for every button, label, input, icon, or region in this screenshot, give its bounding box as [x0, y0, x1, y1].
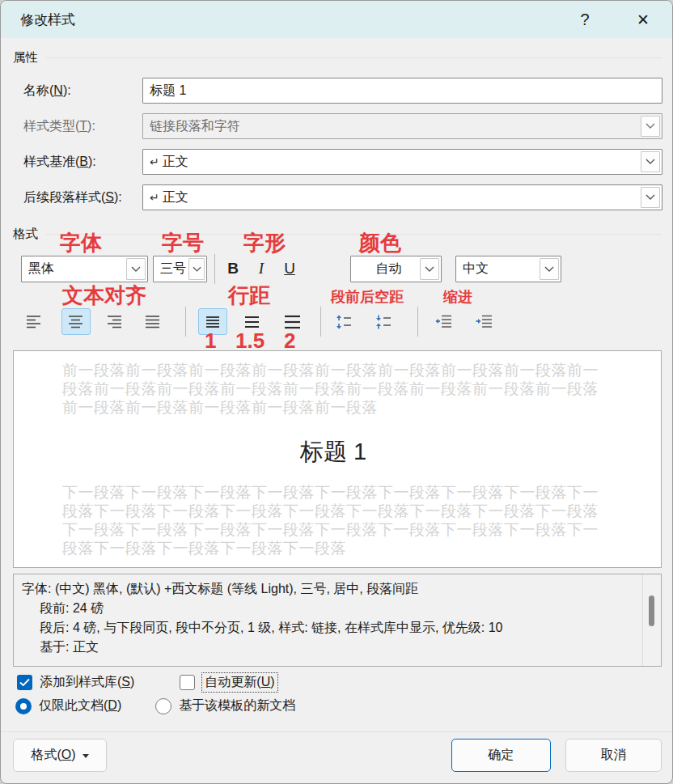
decrease-paragraph-spacing-button[interactable]	[369, 308, 398, 335]
align-right-icon	[108, 315, 122, 328]
checkmark-icon	[19, 678, 30, 687]
chevron-down-icon[interactable]	[540, 258, 559, 280]
description-scrollbar[interactable]	[642, 574, 661, 666]
increase-paragraph-spacing-icon	[336, 315, 352, 329]
description-line: 段前: 24 磅	[22, 599, 637, 618]
line-spacing-1-5-icon	[245, 316, 259, 328]
properties-section-label: 属性	[13, 49, 38, 66]
font-size-select[interactable]: 三号	[153, 256, 207, 282]
bold-button[interactable]: B	[221, 256, 245, 282]
annotation-paragraph-spacing: 段前后空距	[331, 290, 404, 304]
preview-heading: 标题 1	[62, 436, 604, 468]
auto-update-checkbox[interactable]	[180, 675, 195, 690]
justify-button[interactable]	[138, 308, 167, 335]
name-input[interactable]	[142, 78, 662, 104]
previous-paragraph-text: 前一段落前一段落前一段落前一段落前一段落前一段落前一段落前一段落前一段落前一段落…	[62, 361, 604, 417]
modify-style-dialog: 修改样式 ? ✕ 属性 名称(N): 样式类型(T): 链接段落和字符 样式基准…	[0, 0, 673, 784]
align-left-icon	[27, 315, 41, 328]
annotation-line-spacing: 行距	[228, 285, 270, 306]
name-label: 名称(N):	[23, 83, 142, 100]
chevron-down-icon[interactable]	[641, 187, 660, 208]
properties-section-header: 属性	[13, 49, 662, 66]
template-documents-label[interactable]: 基于该模板的新文档	[179, 697, 295, 714]
toolbar-separator	[214, 254, 215, 284]
style-type-select: 链接段落和字符	[142, 113, 662, 139]
underline-button[interactable]: U	[277, 256, 302, 282]
description-line: 段后: 4 磅, 与下段同页, 段中不分页, 1 级, 样式: 链接, 在样式库…	[22, 618, 637, 638]
line-spacing-double-button[interactable]	[277, 308, 307, 335]
align-left-button[interactable]	[19, 308, 49, 335]
paragraph-mark-icon: ↵	[150, 191, 159, 204]
scrollbar-thumb[interactable]	[649, 595, 654, 626]
line-spacing-single-button[interactable]	[198, 308, 227, 335]
chevron-down-icon	[641, 116, 660, 137]
annotation-align: 文本对齐	[62, 285, 146, 306]
based-on-select[interactable]: ↵ 正文	[142, 149, 662, 175]
description-line: 字体: (中文) 黑体, (默认) +西文标题 (等线 Light), 三号, …	[22, 579, 637, 599]
following-style-select[interactable]: ↵ 正文	[142, 184, 662, 210]
font-color-select[interactable]: 自动	[350, 256, 442, 282]
toolbar-separator	[417, 307, 418, 337]
align-center-icon	[69, 315, 83, 328]
line-spacing-1-5-button[interactable]	[237, 308, 266, 335]
dropdown-arrow-icon	[83, 754, 89, 758]
help-button[interactable]: ?	[569, 6, 601, 33]
toolbar-separator	[185, 307, 186, 337]
paragraph-mark-icon: ↵	[150, 155, 159, 168]
dialog-title: 修改样式	[20, 11, 75, 29]
justify-icon	[146, 315, 160, 328]
format-menu-button[interactable]: 格式(O)	[13, 739, 107, 772]
following-style-label: 后续段落样式(S):	[23, 189, 142, 206]
toolbar-separator	[320, 307, 321, 337]
decrease-indent-icon	[435, 315, 451, 328]
decrease-indent-button[interactable]	[429, 308, 458, 335]
add-to-gallery-checkbox[interactable]	[17, 675, 32, 690]
only-this-document-radio[interactable]	[15, 698, 32, 714]
italic-button[interactable]: I	[249, 256, 273, 282]
chevron-down-icon[interactable]	[188, 258, 205, 280]
decrease-paragraph-spacing-icon	[375, 315, 392, 329]
style-preview-pane: 前一段落前一段落前一段落前一段落前一段落前一段落前一段落前一段落前一段落前一段落…	[13, 350, 662, 568]
format-section-header: 格式	[13, 226, 662, 243]
line-spacing-2-icon	[285, 315, 300, 329]
align-center-button[interactable]	[61, 308, 91, 335]
language-select[interactable]: 中文	[455, 256, 561, 282]
annotation-indent: 缩进	[443, 290, 472, 304]
add-to-gallery-label[interactable]: 添加到样式库(S)	[40, 674, 134, 691]
cancel-button[interactable]: 取消	[565, 739, 662, 772]
footer-divider	[1, 731, 673, 732]
font-select[interactable]: 黑体	[21, 256, 148, 282]
next-paragraph-text: 下一段落下一段落下一段落下一段落下一段落下一段落下一段落下一段落下一段落下一段落…	[62, 483, 604, 557]
close-button[interactable]: ✕	[627, 6, 659, 33]
style-type-label: 样式类型(T):	[23, 118, 142, 135]
template-documents-radio[interactable]	[155, 698, 171, 714]
line-spacing-1-icon	[206, 316, 219, 328]
increase-paragraph-spacing-button[interactable]	[329, 308, 358, 335]
chevron-down-icon[interactable]	[641, 151, 660, 172]
section-divider	[46, 234, 662, 235]
auto-update-label[interactable]: 自动更新(U)	[202, 673, 277, 692]
format-section-label: 格式	[13, 226, 38, 243]
section-divider	[46, 57, 662, 58]
style-description-box: 字体: (中文) 黑体, (默认) +西文标题 (等线 Light), 三号, …	[13, 574, 662, 667]
increase-indent-button[interactable]	[469, 308, 498, 335]
ok-button[interactable]: 确定	[451, 739, 551, 772]
only-this-document-label[interactable]: 仅限此文档(D)	[39, 697, 121, 714]
chevron-down-icon[interactable]	[420, 258, 439, 280]
description-line: 基于: 正文	[22, 638, 637, 657]
based-on-label: 样式基准(B):	[23, 154, 142, 171]
chevron-down-icon[interactable]	[126, 258, 146, 280]
increase-indent-icon	[476, 315, 492, 328]
align-right-button[interactable]	[100, 308, 129, 335]
